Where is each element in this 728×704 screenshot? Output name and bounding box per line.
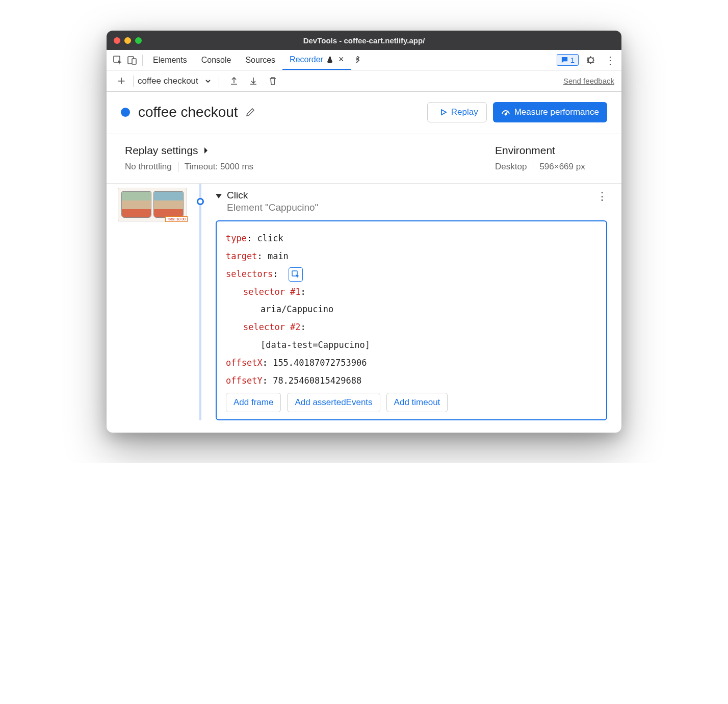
replay-button[interactable]: Replay <box>427 102 487 122</box>
add-asserted-events-button[interactable]: Add assertedEvents <box>287 393 380 412</box>
step-body: type: click target: main selectors: sele… <box>216 220 607 420</box>
field-key: offsetY <box>226 375 263 386</box>
thumbnail-column: Total: $0.00 <box>107 184 193 420</box>
field-key: type <box>226 233 247 243</box>
replay-settings-label: Replay settings <box>125 144 198 157</box>
step-menu-icon[interactable]: ⋮ <box>596 190 607 203</box>
recording-header: coffee checkout Replay Measure performan… <box>107 92 621 134</box>
close-window-button[interactable] <box>114 37 120 44</box>
replay-label: Replay <box>451 107 478 117</box>
devtools-window: DevTools - coffee-cart.netlify.app/ Elem… <box>107 31 621 433</box>
recording-title: coffee checkout <box>138 104 238 120</box>
zoom-window-button[interactable] <box>135 37 142 44</box>
field-key: selectors <box>226 269 273 279</box>
tab-label: Recorder <box>290 55 323 64</box>
recording-name: coffee checkout <box>138 76 198 86</box>
steps-area: Total: $0.00 Click Element "Cappucino" ⋮… <box>107 184 621 433</box>
divider <box>133 76 134 87</box>
window-titlebar: DevTools - coffee-cart.netlify.app/ <box>107 31 621 50</box>
new-recording-icon[interactable]: + <box>114 73 129 89</box>
tab-sources[interactable]: Sources <box>238 50 282 70</box>
field-key: selector #2 <box>243 322 301 332</box>
field-value[interactable]: click <box>257 233 283 243</box>
tab-elements[interactable]: Elements <box>146 50 194 70</box>
recorder-toolbar: + coffee checkout Send feedback <box>107 70 621 92</box>
step-subtitle: Element "Cappucino" <box>227 202 318 213</box>
settings-row: Replay settings No throttling Timeout: 5… <box>107 134 621 184</box>
export-icon[interactable] <box>226 73 242 89</box>
settings-icon[interactable] <box>584 53 598 67</box>
pick-selector-icon[interactable] <box>289 267 303 282</box>
timeout-value: Timeout: 5000 ms <box>185 162 253 172</box>
chevron-right-icon <box>203 147 209 154</box>
play-icon <box>440 109 447 116</box>
close-tab-icon[interactable]: × <box>339 54 344 65</box>
field-key: target <box>226 251 257 261</box>
measure-performance-button[interactable]: Measure performance <box>493 102 607 122</box>
field-key: selector #1 <box>243 287 301 297</box>
chevron-down-icon <box>204 78 212 85</box>
divider <box>533 162 533 172</box>
field-value[interactable]: aria/Cappucino <box>261 304 333 314</box>
chat-icon <box>561 56 568 64</box>
tab-label: Sources <box>245 56 275 65</box>
tab-console[interactable]: Console <box>194 50 239 70</box>
device-toolbar-icon[interactable] <box>125 53 139 67</box>
devtools-tabbar: Elements Console Sources Recorder × 1 ⋮ <box>107 50 621 70</box>
kebab-menu-icon[interactable]: ⋮ <box>603 53 617 67</box>
add-frame-button[interactable]: Add frame <box>226 393 281 412</box>
timeline-rail <box>193 184 214 420</box>
svg-rect-2 <box>132 59 136 64</box>
issues-badge[interactable]: 1 <box>557 54 579 66</box>
divider <box>219 76 219 87</box>
tab-label: Console <box>201 56 231 65</box>
step-detail: Click Element "Cappucino" ⋮ type: click … <box>214 184 621 420</box>
field-value[interactable]: main <box>268 251 289 261</box>
field-value[interactable]: [data-test=Cappucino] <box>261 340 370 350</box>
edit-title-icon[interactable] <box>245 107 255 117</box>
send-feedback-link[interactable]: Send feedback <box>563 77 614 85</box>
divider <box>142 55 143 66</box>
throttling-value: No throttling <box>125 162 172 172</box>
delete-icon[interactable] <box>265 73 280 89</box>
field-value[interactable]: 78.25460815429688 <box>273 375 361 386</box>
gauge-icon <box>501 108 510 117</box>
recording-selector[interactable]: coffee checkout <box>138 76 212 86</box>
environment-label: Environment <box>495 144 555 157</box>
timeline-step-dot <box>197 198 204 205</box>
add-timeout-button[interactable]: Add timeout <box>386 393 448 412</box>
tab-label: Elements <box>153 56 187 65</box>
viewport-value: 596×669 px <box>539 162 585 172</box>
tab-recorder[interactable]: Recorder × <box>282 50 351 70</box>
recording-status-dot <box>121 108 130 117</box>
field-value[interactable]: 155.40187072753906 <box>273 358 367 368</box>
step-thumbnail[interactable]: Total: $0.00 <box>118 188 187 221</box>
step-title: Click <box>227 190 318 201</box>
svg-point-3 <box>505 114 506 115</box>
issues-count: 1 <box>570 56 575 64</box>
more-tabs-icon[interactable] <box>351 53 365 67</box>
flask-icon <box>326 56 333 63</box>
traffic-lights <box>114 37 142 44</box>
window-title: DevTools - coffee-cart.netlify.app/ <box>107 36 621 45</box>
price-tag: Total: $0.00 <box>165 216 188 222</box>
expand-step-icon[interactable] <box>216 194 222 198</box>
device-value: Desktop <box>495 162 527 172</box>
divider <box>178 162 178 172</box>
measure-label: Measure performance <box>514 107 599 117</box>
import-icon[interactable] <box>246 73 261 89</box>
minimize-window-button[interactable] <box>124 37 131 44</box>
inspect-element-icon[interactable] <box>111 53 125 67</box>
replay-settings-toggle[interactable]: Replay settings <box>125 144 495 157</box>
field-key: offsetX <box>226 358 263 368</box>
